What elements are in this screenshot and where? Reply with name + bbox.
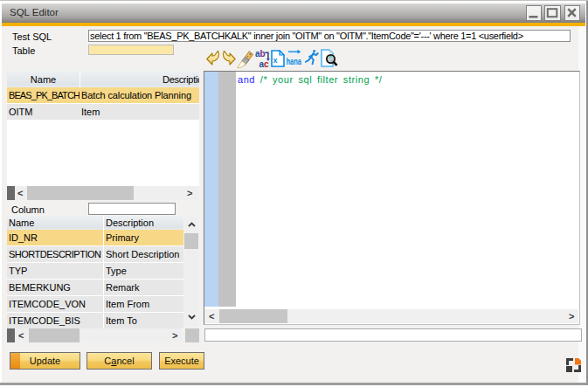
svg-text:hana: hana [287,57,301,66]
svg-text:x: x [273,56,278,65]
svg-text:b: b [260,49,266,59]
svg-text:c: c [264,59,269,69]
